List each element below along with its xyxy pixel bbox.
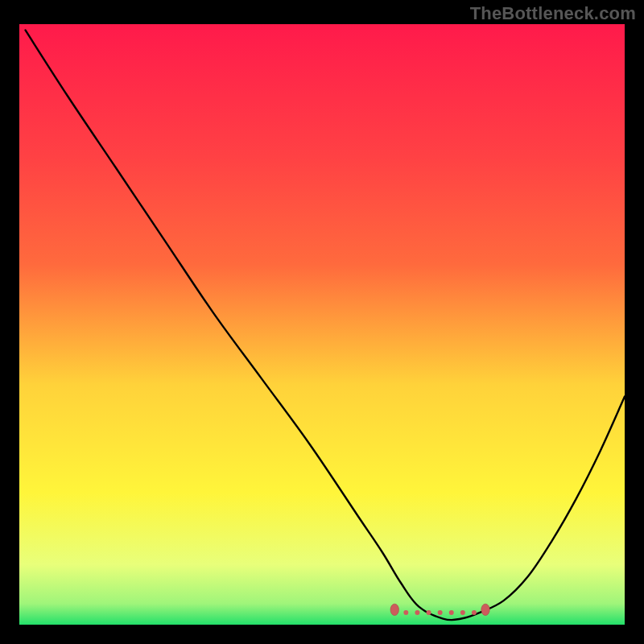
flat-region-dot bbox=[427, 610, 431, 615]
flat-region-dot bbox=[472, 610, 477, 615]
svg-rect-0 bbox=[19, 24, 625, 625]
flat-region-end-marker bbox=[481, 604, 489, 615]
attribution-text: TheBottleneck.com bbox=[470, 3, 636, 24]
flat-region-end-marker bbox=[390, 604, 398, 615]
flat-region-dot bbox=[449, 610, 454, 615]
bottleneck-curve-chart bbox=[19, 24, 625, 625]
flat-region-dot bbox=[415, 610, 419, 615]
flat-region-dot bbox=[403, 610, 408, 615]
flat-region-dot bbox=[438, 610, 443, 615]
flat-region-dot bbox=[460, 610, 465, 615]
chart-frame: TheBottleneck.com bbox=[0, 0, 644, 644]
plot-area bbox=[19, 24, 625, 625]
